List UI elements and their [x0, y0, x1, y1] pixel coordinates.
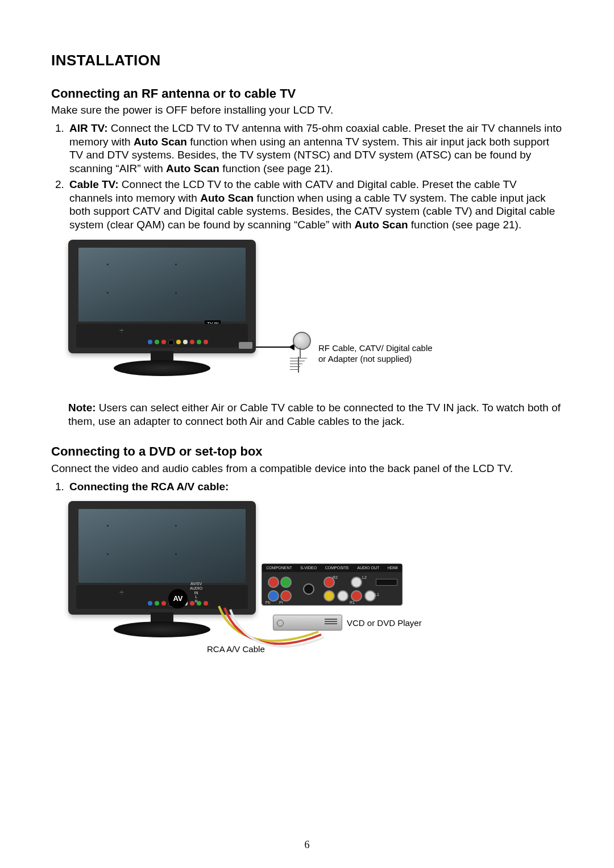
- figure-rca-cable: ÷ AV AV/SVAUDIOINLR COMPONENT: [68, 501, 563, 660]
- section-heading-rf: Connecting an RF antenna or to cable TV: [51, 86, 563, 102]
- satellite-dish-icon: [293, 332, 311, 350]
- panel-label: AUDIO OUT: [357, 566, 379, 571]
- figure-caption: RF Cable, CATV/ Digital cable or Adapter…: [318, 343, 433, 365]
- tv-ports-icon: [148, 340, 208, 345]
- jack-icon: [268, 577, 279, 588]
- note-text: Users can select either Air or Cable TV …: [68, 402, 561, 427]
- list-item: AIR TV: Connect the LCD TV to TV antenna…: [67, 122, 563, 176]
- jack-label: R1: [350, 600, 355, 606]
- divider-icon: ÷: [119, 326, 124, 336]
- figure-caption: RCA A/V Cable: [207, 644, 265, 655]
- hdmi-port-icon: [376, 579, 397, 586]
- jack-label: L1: [375, 592, 379, 598]
- jack-icon: [303, 583, 314, 595]
- item-text: function (see page 21).: [408, 219, 522, 231]
- av-badge-icon: AV: [168, 589, 188, 608]
- item-text: function (see page 21).: [219, 162, 333, 174]
- page-title: INSTALLATION: [51, 51, 563, 70]
- item-lead: AIR TV:: [69, 122, 108, 134]
- arrow-icon: [256, 347, 290, 348]
- item-lead: Connecting the RCA A/V cable:: [69, 481, 229, 493]
- auto-scan-ref: Auto Scan: [200, 192, 254, 204]
- figure-caption: VCD or DVD Player: [347, 618, 422, 629]
- auto-scan-ref: Auto Scan: [134, 136, 187, 148]
- note-lead: Note:: [68, 402, 96, 414]
- section1-list: AIR TV: Connect the LCD TV to TV antenna…: [51, 122, 563, 232]
- section-heading-dvd: Connecting to a DVD or set-top box: [51, 444, 563, 460]
- jack-icon: [364, 590, 376, 602]
- panel-label: COMPONENT: [266, 566, 292, 571]
- av-sub-labels: AV/SVAUDIOINLR: [190, 582, 202, 603]
- jack-icon: [351, 590, 362, 602]
- section2-intro: Connect the video and audio cables from …: [51, 462, 563, 475]
- caption-line: RF Cable, CATV/ Digital cable: [318, 343, 433, 353]
- rear-panel-illustration: COMPONENT S-VIDEO COMPOSITE AUDIO OUT HD…: [262, 564, 403, 606]
- note-block: Note: Users can select either Air or Cab…: [68, 401, 563, 428]
- figure-rf-antenna: TV IN ÷: [68, 240, 563, 393]
- manual-page: INSTALLATION Connecting an RF antenna or…: [0, 0, 614, 868]
- panel-label: S-VIDEO: [300, 566, 317, 571]
- page-number: 6: [0, 838, 614, 852]
- caption-line: or Adapter (not supplied): [318, 354, 412, 364]
- jack-icon: [268, 590, 279, 602]
- jack-icon: [280, 590, 292, 602]
- jack-label: R2: [333, 575, 338, 581]
- coax-connector-icon: [239, 342, 252, 349]
- antenna-icon: [290, 357, 309, 373]
- item-lead: Cable TV:: [69, 178, 119, 190]
- jack-label: L2: [362, 575, 367, 581]
- section2-list: Connecting the RCA A/V cable:: [51, 480, 563, 494]
- list-item: Cable TV: Connect the LCD TV to the cabl…: [67, 178, 563, 232]
- panel-label: COMPOSITE: [325, 566, 349, 571]
- auto-scan-ref: Auto Scan: [355, 219, 408, 231]
- panel-label: HDMI: [388, 566, 398, 571]
- tv-illustration: TV IN ÷: [68, 240, 256, 370]
- divider-icon: ÷: [119, 588, 124, 598]
- list-item: Connecting the RCA A/V cable:: [67, 480, 563, 494]
- jack-icon: [323, 590, 335, 602]
- auto-scan-ref: Auto Scan: [166, 162, 219, 174]
- jack-icon: [351, 577, 362, 588]
- section1-intro: Make sure the power is OFF before instal…: [51, 103, 563, 117]
- jack-icon: [280, 577, 292, 588]
- jack-icon: [337, 590, 349, 602]
